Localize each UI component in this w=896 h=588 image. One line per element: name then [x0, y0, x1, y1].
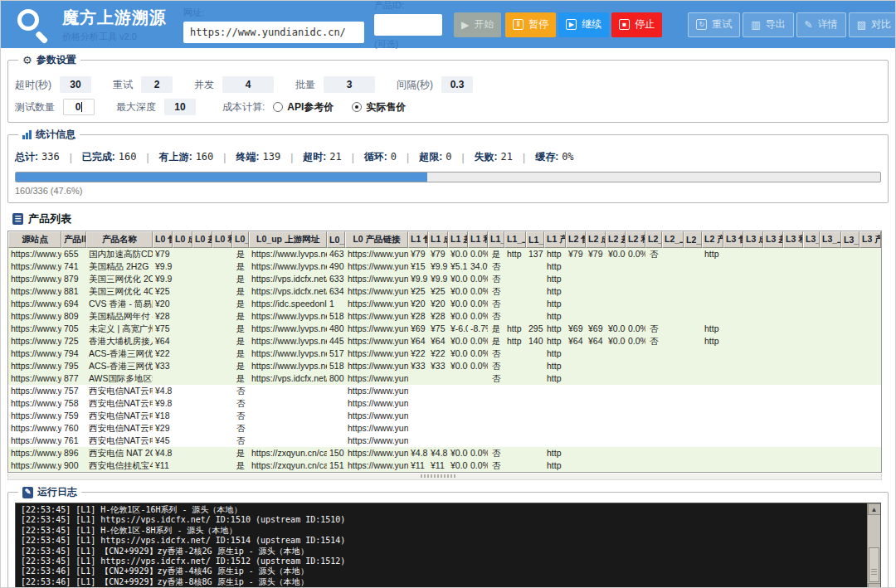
table-row[interactable]: https://www.yundianidc.cn/759西安电信NAT云电¥1…	[8, 410, 881, 422]
table-row[interactable]: https://www.yundianidc.cn/761西安电信NAT云电¥4…	[8, 435, 881, 447]
api-price-radio-option[interactable]: API参考价	[273, 100, 334, 114]
actual-price-radio-option[interactable]: 实际售价	[352, 100, 406, 114]
table-cell: 518	[327, 310, 345, 323]
column-header[interactable]: L0 售价	[153, 231, 173, 248]
column-header[interactable]: L0_有上游	[232, 231, 249, 248]
table-cell: ¥79	[586, 248, 606, 260]
column-header[interactable]: L1_上游网址	[504, 231, 526, 248]
column-header[interactable]: L3_ID	[841, 231, 859, 248]
table-cell: http	[544, 372, 566, 385]
pause-button[interactable]: Ⅱ暂停	[505, 12, 556, 37]
table-row[interactable]: https://www.yundianidc.cn/881美国三网优化 4C4¥…	[8, 285, 881, 298]
test-count-input[interactable]: 0	[63, 99, 95, 115]
table-cell	[743, 410, 763, 422]
details-button[interactable]: ✎详情	[796, 12, 846, 37]
start-button[interactable]: ▶开始	[454, 12, 501, 37]
column-header[interactable]: 产品ID	[61, 231, 86, 248]
retry-button[interactable]: ↻重试	[688, 12, 740, 37]
table-cell	[173, 248, 192, 260]
table-row[interactable]: https://www.yundianidc.cn/794ACS-香港三网优化¥…	[8, 347, 881, 360]
column-header[interactable]: L0_up 上游网址	[249, 231, 327, 248]
column-header[interactable]: L3 产品链接	[859, 231, 881, 248]
column-header[interactable]: L2 成本	[586, 231, 606, 248]
concurrency-input[interactable]: 4	[222, 76, 274, 93]
table-cell: 140	[526, 335, 544, 347]
column-header[interactable]: L3_上游网址	[820, 231, 841, 248]
actual-price-radio-icon[interactable]	[352, 102, 362, 112]
column-header[interactable]: L3 差价	[763, 231, 783, 248]
column-header[interactable]: L2 利润	[626, 231, 645, 248]
column-header[interactable]: L3 利润	[783, 231, 803, 248]
column-header[interactable]: L0_ID	[327, 231, 345, 248]
column-header[interactable]: L3_有上游	[803, 231, 820, 248]
table-cell	[763, 273, 783, 285]
column-header[interactable]: L1 利润	[468, 231, 488, 248]
table-row[interactable]: https://www.yundianidc.cn/741美国精品 2H2G¥9…	[8, 260, 881, 273]
column-header[interactable]: L2 产品链接	[702, 231, 723, 248]
column-header[interactable]: L2 售价	[566, 231, 586, 248]
column-header[interactable]: L1 差价	[448, 231, 468, 248]
column-header[interactable]: L1 售价	[408, 231, 428, 248]
column-header[interactable]: L2 差价	[606, 231, 626, 248]
column-header[interactable]: 源站点	[8, 231, 61, 248]
column-header[interactable]: L2_上游网址	[662, 231, 684, 248]
api-price-radio-icon[interactable]	[273, 102, 283, 112]
column-header[interactable]: L0 差价	[192, 231, 212, 248]
scroll-up-arrow-icon[interactable]: ▲	[868, 503, 881, 515]
stop-button[interactable]: ■停止	[611, 12, 662, 37]
column-header[interactable]: L1 成本	[428, 231, 448, 248]
table-cell	[684, 273, 702, 285]
table-row[interactable]: https://www.yundianidc.cn/655国内加速高防CDN¥7…	[8, 248, 881, 260]
column-header[interactable]: 产品名称	[86, 231, 153, 248]
table-cell	[702, 385, 723, 397]
url-input[interactable]	[183, 22, 364, 43]
column-header[interactable]: L3 成本	[743, 231, 763, 248]
stat-item: 总计:336	[15, 150, 60, 164]
stat-separator: |	[147, 152, 149, 163]
log-line: [22:53:45] [L1] https://vps.idcfx.net/ I…	[21, 556, 862, 566]
log-scrollbar-thumb[interactable]	[869, 547, 879, 582]
table-cell: https://www.yundianidc.cn/	[8, 410, 61, 422]
column-header[interactable]: L0 成本	[173, 231, 192, 248]
table-horizontal-scrollbar[interactable]	[7, 474, 882, 480]
column-header[interactable]: L0 产品链接	[345, 231, 408, 248]
product-id-input[interactable]	[374, 14, 442, 36]
table-row[interactable]: https://www.yundianidc.cn/725香港大埔机房接入¥64…	[8, 335, 881, 347]
table-row[interactable]: https://www.yundianidc.cn/795ACS-香港三网优化¥…	[8, 360, 881, 372]
horizontal-scrollbar-grip[interactable]	[421, 474, 455, 478]
retry-input[interactable]: 2	[141, 76, 173, 93]
table-row[interactable]: https://www.yundianidc.cn/900西安电信挂机宝4C¥1…	[8, 459, 881, 472]
column-header[interactable]: L1 产品链接	[544, 231, 566, 248]
table-row[interactable]: https://www.yundianidc.cn/879美国三网优化 2C2¥…	[8, 273, 881, 285]
table-cell: ¥64	[428, 335, 448, 347]
table-row[interactable]: https://www.yundianidc.cn/760西安电信NAT云电¥2…	[8, 422, 881, 435]
table-cell: ¥79	[428, 248, 448, 260]
table-row[interactable]: https://www.yundianidc.cn/694CVS 香港 - 简易…	[8, 298, 881, 310]
compare-button[interactable]: ▨对比	[849, 12, 896, 37]
stats-legend: 统计信息	[18, 128, 80, 142]
table-cell	[526, 435, 544, 447]
table-row[interactable]: https://www.yundianidc.cn/877AWS国际多地区套是h…	[8, 372, 881, 385]
export-button[interactable]: ▥导出	[743, 12, 793, 37]
interval-input[interactable]: 0.3	[441, 76, 473, 93]
table-row[interactable]: https://www.yundianidc.cn/757西安电信NAT云电¥4…	[8, 385, 881, 397]
column-header[interactable]: L1_有上游	[488, 231, 504, 248]
table-row[interactable]: https://www.yundianidc.cn/809美国精品网年付 40¥…	[8, 310, 881, 323]
column-header[interactable]: L2_有上游	[645, 231, 662, 248]
column-header[interactable]: L1_ID	[526, 231, 544, 248]
table-row[interactable]: https://www.yundianidc.cn/758西安电信NAT云电¥9…	[8, 397, 881, 410]
column-header[interactable]: L3 售价	[723, 231, 743, 248]
table-row[interactable]: https://www.yundianidc.cn/896西安电信 NAT 2C…	[8, 447, 881, 459]
column-header[interactable]: L2_ID	[684, 231, 702, 248]
table-cell	[645, 273, 662, 285]
table-cell: 809	[61, 310, 86, 323]
scroll-down-arrow-icon[interactable]: ▼	[868, 583, 881, 588]
max-depth-input[interactable]: 10	[164, 99, 196, 115]
batch-input[interactable]: 3	[324, 76, 375, 93]
column-header[interactable]: L0 利润	[212, 231, 232, 248]
timeout-input[interactable]: 30	[60, 76, 91, 93]
table-row[interactable]: https://www.yundianidc.cn/705未定义 | 高宽广州¥…	[8, 323, 881, 335]
continue-button[interactable]: ▶继续	[558, 12, 609, 37]
table-cell	[803, 360, 820, 372]
table-cell	[803, 397, 820, 410]
